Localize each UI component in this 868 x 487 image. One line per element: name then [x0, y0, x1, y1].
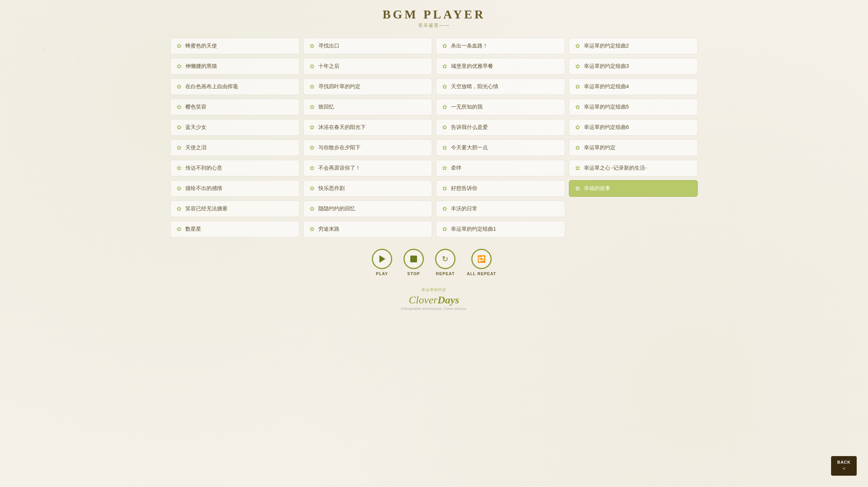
all-repeat-button[interactable]: 🔁 ALL REPEAT: [467, 249, 496, 276]
song-name: 不会再原谅你了！: [318, 165, 361, 172]
stop-label: STOP: [407, 271, 420, 276]
song-item[interactable]: ✿幸运草的约定: [569, 139, 698, 156]
song-item[interactable]: ✿致回忆: [303, 99, 432, 115]
clover-icon: ✿: [575, 144, 580, 151]
song-item[interactable]: ✿蜂蜜色的天使: [170, 38, 300, 54]
clover-icon: ✿: [442, 124, 447, 131]
song-item[interactable]: ✿沐浴在春天的阳光下: [303, 119, 432, 136]
song-item[interactable]: ✿传达不到的心意: [170, 160, 300, 176]
clover-icon: ✿: [310, 205, 315, 212]
song-name: 描绘不出的感情: [185, 185, 222, 192]
clover-icon: ✿: [442, 104, 447, 110]
clover-icon: ✿: [310, 43, 315, 49]
song-name: 快乐恶作剧: [318, 185, 345, 192]
song-item[interactable]: ✿丰沃的日常: [436, 201, 565, 217]
song-item[interactable]: ✿幸运草的约定组曲3: [569, 58, 698, 75]
song-item[interactable]: ✿幸运草的约定组曲6: [569, 119, 698, 136]
song-item[interactable]: ✿幸运草的约定组曲4: [569, 78, 698, 95]
song-item[interactable]: ✿隐隐约约的回忆: [303, 201, 432, 217]
song-item[interactable]: ✿寻找四叶草的约定: [303, 78, 432, 95]
song-name: 幸运草的约定组曲4: [584, 83, 629, 90]
song-name: 致回忆: [318, 104, 334, 110]
song-name: 好想告诉你: [451, 185, 477, 192]
header: BGM PLAYER 音乐鉴赏——: [170, 8, 698, 29]
song-item[interactable]: ✿在白色画布上自由挥毫: [170, 78, 300, 95]
song-item[interactable]: ✿幸运草的约定组曲5: [569, 99, 698, 115]
song-item[interactable]: ✿笑容已经无法搪塞: [170, 201, 300, 217]
song-name: 幸运草的约定组曲6: [584, 124, 629, 131]
song-item[interactable]: ✿一无所知的我: [436, 99, 565, 115]
footer-tagline: 幸运草的约定: [170, 287, 698, 293]
back-button[interactable]: BACK ＜: [831, 456, 857, 476]
clover-icon: ✿: [177, 185, 182, 192]
clover-icon: ✿: [177, 43, 182, 49]
song-item[interactable]: ✿十年之后: [303, 58, 432, 75]
song-item[interactable]: ✿樱色笑容: [170, 99, 300, 115]
song-item[interactable]: ✿穷途末路: [303, 221, 432, 237]
clover-icon: ✿: [177, 144, 182, 151]
play-button[interactable]: PLAY: [372, 249, 392, 276]
footer-logo-text: Clover: [409, 294, 437, 306]
clover-icon: ✿: [575, 165, 580, 172]
song-item[interactable]: ✿幸运草的约定组曲1: [436, 221, 565, 237]
song-name: 幸福的故事: [584, 185, 610, 192]
song-item[interactable]: ✿告诉我什么是爱: [436, 119, 565, 136]
song-name: 幸运草的约定组曲5: [584, 104, 629, 110]
song-item[interactable]: ✿天使之泪: [170, 139, 300, 156]
song-name: 十年之后: [318, 63, 339, 70]
song-name: 幸运草之心 -记录新的生活-: [584, 165, 647, 172]
clover-icon: ✿: [442, 144, 447, 151]
song-name: 在白色画布上自由挥毫: [185, 83, 238, 90]
clover-icon: ✿: [442, 63, 447, 70]
song-name: 穷途末路: [318, 226, 339, 233]
song-name: 幸运草的约定组曲3: [584, 63, 629, 70]
clover-icon: ✿: [310, 124, 315, 131]
all-repeat-circle: 🔁: [471, 249, 492, 269]
clover-icon: ✿: [575, 185, 580, 192]
song-name: 伸懒腰的黑猫: [185, 63, 217, 70]
song-item[interactable]: ✿与你散步在夕阳下: [303, 139, 432, 156]
song-item[interactable]: ✿不会再原谅你了！: [303, 160, 432, 176]
song-item[interactable]: ✿杀出一条血路！: [436, 38, 565, 54]
clover-icon: ✿: [310, 104, 315, 110]
all-repeat-label: ALL REPEAT: [467, 271, 496, 276]
clover-icon: ✿: [310, 83, 315, 90]
clover-icon: ✿: [310, 63, 315, 70]
clover-icon: ✿: [575, 124, 580, 131]
repeat-icon: ↻: [442, 254, 448, 263]
clover-icon: ✿: [442, 185, 447, 192]
song-name: 今天要大胆一点: [451, 144, 488, 151]
clover-icon: ✿: [575, 104, 580, 110]
back-arrow: ＜: [841, 465, 847, 472]
stop-button[interactable]: STOP: [403, 249, 424, 276]
clover-icon: ✿: [310, 165, 315, 172]
song-item[interactable]: ✿幸运草的约定组曲2: [569, 38, 698, 54]
repeat-button[interactable]: ↻ REPEAT: [435, 249, 455, 276]
header-subtitle: 音乐鉴赏——: [170, 22, 698, 29]
clover-icon: ✿: [177, 205, 182, 212]
song-item[interactable]: ✿今天要大胆一点: [436, 139, 565, 156]
song-name: 幸运草的约定组曲2: [584, 43, 629, 49]
song-item[interactable]: ✿城堡里的优雅早餐: [436, 58, 565, 75]
clover-icon: ✿: [310, 226, 315, 233]
clover-icon: ✿: [310, 144, 315, 151]
song-item[interactable]: ✿寻找出口: [303, 38, 432, 54]
song-item[interactable]: ✿幸运草之心 -记录新的生活-: [569, 160, 698, 176]
song-item[interactable]: ✿描绘不出的感情: [170, 180, 300, 197]
clover-icon: ✿: [575, 63, 580, 70]
song-item[interactable]: ✿数星星: [170, 221, 300, 237]
song-name: 幸运草的约定组曲1: [451, 226, 496, 233]
song-name: 城堡里的优雅早餐: [451, 63, 493, 70]
song-item[interactable]: ✿伸懒腰的黑猫: [170, 58, 300, 75]
song-name: 天空放晴，阳光心情: [451, 83, 498, 90]
song-item[interactable]: ✿牵绊: [436, 160, 565, 176]
song-item[interactable]: ✿蓝天少女: [170, 119, 300, 136]
song-item[interactable]: ✿幸福的故事: [569, 180, 698, 197]
clover-icon: ✿: [177, 165, 182, 172]
song-item[interactable]: ✿好想告诉你: [436, 180, 565, 197]
song-item[interactable]: ✿快乐恶作剧: [303, 180, 432, 197]
song-name: 与你散步在夕阳下: [318, 144, 361, 151]
song-item[interactable]: ✿天空放晴，阳光心情: [436, 78, 565, 95]
song-name: 寻找出口: [318, 43, 339, 49]
song-name: 传达不到的心意: [185, 165, 222, 172]
